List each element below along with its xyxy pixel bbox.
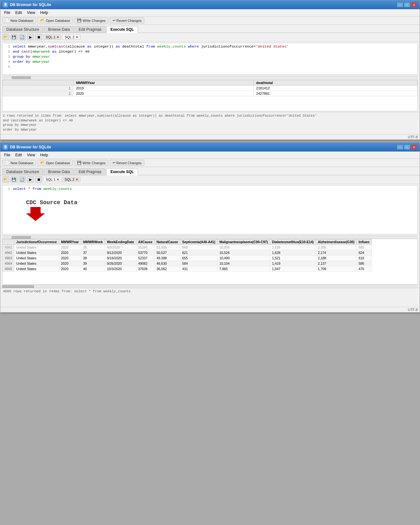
tab-db-structure-1[interactable]: Database Structure <box>2 26 43 33</box>
col-deathtotal-1: deathtotal <box>253 80 417 86</box>
menu-view-1[interactable]: View <box>24 10 38 16</box>
revert-changes-btn-1[interactable]: ↩ Revert Changes <box>110 17 145 23</box>
toolbar-1: 📄 New Database 📂 Open Database 💾 Write C… <box>0 16 420 25</box>
table-row: 4961 United States 2020 36 9/5/2020 5529… <box>3 245 372 250</box>
footer-2: UTF-8 <box>0 307 420 312</box>
open-database-btn-2[interactable]: 📂 Open Database <box>37 160 73 166</box>
sql-save-file-btn-1[interactable]: 💾 <box>10 34 17 40</box>
new-database-btn-2[interactable]: 📄 New Database <box>2 160 36 166</box>
menu-help-2[interactable]: Help <box>38 152 51 158</box>
col-mmwrweek: MMWRWeek <box>81 239 105 245</box>
tab-browse-data-2[interactable]: Browse Data <box>44 168 74 175</box>
title-bar-left-2: 🗄 DB Browser for SQLite <box>3 145 51 150</box>
maximize-btn-1[interactable]: □ <box>404 2 410 7</box>
new-database-btn-1[interactable]: 📄 New Database <box>2 17 36 23</box>
col-rownum-2 <box>3 239 14 245</box>
col-influen: Influen <box>357 239 371 245</box>
sql-line-2-1: 1 select * from weekly_counts <box>4 187 416 192</box>
sql-line-5: 5 <box>4 65 416 70</box>
sql-revert-btn-1[interactable]: 🔄 <box>19 34 26 40</box>
results-table-1: MMWRYear deathtotal 1 2019 2181412 2 202… <box>2 80 418 111</box>
app-icon-1: 🗄 <box>3 2 8 7</box>
sql-tab-1-1[interactable]: SQL 1 ✕ <box>43 35 61 40</box>
revert-changes-btn-2[interactable]: ↩ Revert Changes <box>110 160 145 166</box>
col-diabetes: Diabetesmellitus(E10-E14) <box>270 239 316 245</box>
close-btn-2[interactable]: ✕ <box>411 145 417 150</box>
tab-execute-sql-2[interactable]: Execute SQL <box>106 168 138 175</box>
open-db-icon-1: 📂 <box>40 18 45 23</box>
table-row: 4964 United States 2020 39 9/26/2020 490… <box>3 261 372 266</box>
sql-tab-1-close-2[interactable]: ✕ <box>56 178 59 181</box>
menu-file-2[interactable]: File <box>2 152 13 158</box>
sql-editor-2[interactable]: 1 select * from weekly_counts CDC Source… <box>2 185 418 234</box>
col-weekending: WeekEndingDate <box>105 239 136 245</box>
close-btn-1[interactable]: ✕ <box>411 2 417 7</box>
sql-tab-2-close-1[interactable]: ✕ <box>75 36 78 39</box>
app-icon-2: 🗄 <box>3 145 8 150</box>
tabs-bar-1: Database Structure Browse Data Edit Prag… <box>0 25 420 33</box>
menu-file-1[interactable]: File <box>2 10 13 16</box>
table-row: 4963 United States 2020 38 9/19/2020 523… <box>3 256 372 261</box>
table-row: 2 2020 2427881 <box>3 91 417 96</box>
results-big-table: JurisdictionofOccurrence MMWRYear MMWRWe… <box>3 239 372 272</box>
tab-db-structure-2[interactable]: Database Structure <box>2 168 43 175</box>
tab-edit-pragmas-2[interactable]: Edit Pragmas <box>75 168 106 175</box>
menu-edit-2[interactable]: Edit <box>13 152 24 158</box>
tab-execute-sql-1[interactable]: Execute SQL <box>106 26 138 33</box>
write-icon-2: 💾 <box>77 161 82 165</box>
col-rownum-1 <box>3 80 74 86</box>
big-table-container[interactable]: JurisdictionofOccurrence MMWRYear MMWRWe… <box>2 239 418 285</box>
sql-run-btn-1[interactable]: ▶ <box>27 34 34 40</box>
sql-tab-2-2[interactable]: SQL 2 ✕ <box>62 177 80 182</box>
sql-open-file-btn-1[interactable]: 📂 <box>2 34 9 40</box>
sql-editor-scrollbar-2[interactable] <box>2 236 418 239</box>
results-data-table-1: MMWRYear deathtotal 1 2019 2181412 2 202… <box>3 80 417 96</box>
sql-save-file-btn-2[interactable]: 💾 <box>10 176 17 183</box>
sql-stop-btn-2[interactable]: ⏹ <box>35 176 42 183</box>
revert-icon-2: ↩ <box>113 161 115 165</box>
write-changes-btn-1[interactable]: 💾 Write Changes <box>74 17 108 23</box>
sql-tab-2-close-2[interactable]: ✕ <box>75 178 78 181</box>
encoding-label-2: UTF-8 <box>408 308 418 312</box>
menu-help-1[interactable]: Help <box>38 10 51 16</box>
sql-tab-1-2[interactable]: SQL 1 ✕ <box>43 177 61 182</box>
menu-edit-1[interactable]: Edit <box>13 10 24 16</box>
window-2: 🗄 DB Browser for SQLite ─ □ ✕ File Edit … <box>0 142 420 313</box>
sql-revert-btn-2[interactable]: 🔄 <box>19 176 26 183</box>
title-controls-1: ─ □ ✕ <box>397 2 417 7</box>
sql-editor-scrollbar-1[interactable] <box>2 76 418 79</box>
open-database-btn-1[interactable]: 📂 Open Database <box>37 17 73 23</box>
scrollbar-thumb-2[interactable] <box>12 236 31 239</box>
sql-line-2: 2 and cast(mmwrweek as integer) <= 40 <box>4 49 416 55</box>
toolbar-2: 📄 New Database 📂 Open Database 💾 Write C… <box>0 159 420 167</box>
col-alzheimer: Alzheimerdisease(G30) <box>316 239 357 245</box>
tab-browse-data-1[interactable]: Browse Data <box>44 26 74 33</box>
big-table-scrollbar[interactable] <box>2 285 418 288</box>
sql-run-btn-2[interactable]: ▶ <box>27 176 34 183</box>
write-changes-btn-2[interactable]: 💾 Write Changes <box>74 160 108 166</box>
minimize-btn-2[interactable]: ─ <box>397 145 403 150</box>
maximize-btn-2[interactable]: □ <box>404 145 410 150</box>
window-1: 🗄 DB Browser for SQLite ─ □ ✕ File Edit … <box>0 0 420 140</box>
new-db-icon-1: 📄 <box>5 18 10 23</box>
table-row: 1 2019 2181412 <box>3 86 417 91</box>
sql-tab-1-close-1[interactable]: ✕ <box>56 36 59 39</box>
menu-view-2[interactable]: View <box>24 152 38 158</box>
sql-open-file-btn-2[interactable]: 📂 <box>2 176 9 183</box>
cdc-label: CDC Source Data <box>26 199 77 206</box>
status-text-1d: order by mmwryear <box>3 127 417 132</box>
col-mmwryear-1: MMWRYear <box>73 80 253 86</box>
status-text-1c: group by mmwryear <box>3 123 417 127</box>
minimize-btn-1[interactable]: ─ <box>397 2 403 7</box>
open-db-icon-2: 📂 <box>40 161 45 165</box>
red-arrow-icon <box>26 207 45 221</box>
window-title-1: DB Browser for SQLite <box>10 3 51 7</box>
big-table-scrollbar-thumb[interactable] <box>2 285 34 288</box>
sql-tab-2-1[interactable]: SQL 2 ✕ <box>62 35 80 40</box>
status-text-1b: and cast(mmwrweek as integer) <= 40 <box>3 118 417 123</box>
sql-editor-1[interactable]: 1 select mmwryear,sum(cast(allcause as i… <box>2 43 418 75</box>
scrollbar-thumb-1[interactable] <box>12 76 31 79</box>
col-naturalcause: NaturalCause <box>154 239 180 245</box>
sql-stop-btn-1[interactable]: ⏹ <box>35 34 42 40</box>
tab-edit-pragmas-1[interactable]: Edit Pragmas <box>75 26 106 33</box>
